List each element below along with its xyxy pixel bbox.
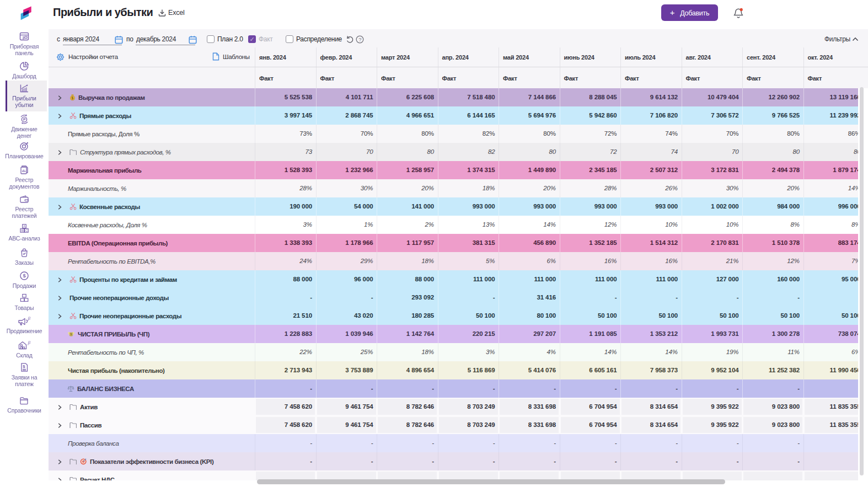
svg-text:β: β — [28, 340, 31, 345]
svg-text:?: ? — [358, 36, 361, 42]
svg-text:$: $ — [23, 364, 25, 369]
svg-text:C: C — [25, 229, 28, 232]
svg-text:P: P — [23, 117, 26, 121]
svg-text:B: B — [22, 229, 24, 232]
svg-text:3: 3 — [23, 36, 25, 40]
svg-text:A: A — [23, 224, 25, 228]
svg-text:$: $ — [23, 272, 26, 279]
svg-text:β: β — [28, 315, 31, 321]
